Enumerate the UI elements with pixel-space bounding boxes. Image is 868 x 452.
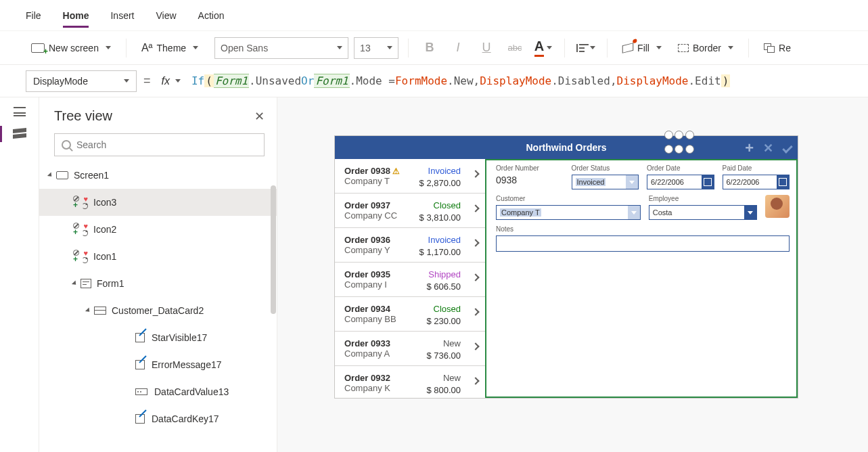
font-select[interactable]: Open Sans [214,37,348,59]
reorder-button[interactable]: Re [758,39,796,58]
search-icon [62,140,71,150]
field-label: Notes [496,225,790,233]
tree-node-icon1[interactable]: ♥+ Icon1 [39,243,277,270]
separator [126,39,127,58]
search-box[interactable] [54,133,265,156]
layers-icon [13,129,26,139]
input-icon [135,388,147,395]
order-item[interactable]: Order 0936Company YInvoiced$ 1,170.00 [335,228,485,263]
employee-avatar [765,195,790,218]
app-titlebar: Northwind Orders + ✕ [335,136,798,159]
font-name: Open Sans [221,43,268,53]
chevron-down-icon [728,46,733,49]
tree-node-form[interactable]: Form1 [39,270,277,297]
chevron-down-icon [628,206,640,219]
bold-button[interactable]: B [418,37,441,60]
caret-icon[interactable] [72,280,78,286]
tree-node-starvisible[interactable]: StarVisible17 [39,324,277,351]
tree-node-icon3[interactable]: ♥+ Icon3 [39,189,277,216]
employee-select[interactable]: Costa [649,205,757,220]
order-amount: $ 800.00 [426,385,461,395]
caret-icon[interactable] [47,172,53,178]
new-screen-icon [31,43,45,53]
order-amount: $ 736.00 [426,351,461,361]
tree-node-datacardvalue[interactable]: DataCardValue13 [39,378,277,405]
left-rail [0,97,39,452]
separator [607,39,608,58]
tree-node-card[interactable]: Customer_DataCard2 [39,297,277,324]
tok: FormMode [395,74,447,87]
font-size-select[interactable]: 13 [354,37,398,59]
order-status: New [443,373,461,383]
tree-title: Tree view [54,108,112,124]
order-status-select[interactable]: Invoiced [572,175,639,189]
tree-node-errormessage[interactable]: ErrorMessage17 [39,351,277,378]
close-icon[interactable]: ✕ [254,109,265,124]
notes-input[interactable] [496,235,790,252]
add-icon[interactable]: + [745,139,754,157]
formula-input[interactable]: If ( Form1 .Unsaved Or Form1 .Mode = For… [191,70,868,92]
search-input[interactable] [76,139,257,150]
app-title: Northwind Orders [526,142,606,153]
strikethrough-button[interactable]: abc [503,37,526,60]
chevron-down-icon [656,46,662,49]
select-value: Invoiced [576,178,606,186]
order-item[interactable]: Order 0938⚠Company TInvoiced$ 2,870.00 [335,159,485,194]
order-item[interactable]: Order 0937Company CCClosed$ 3,810.00 [335,194,485,228]
canvas[interactable]: Northwind Orders + ✕ Order 0938⚠Company … [277,97,868,452]
order-item[interactable]: Order 0932Company KNew$ 800.00 [335,366,485,398]
order-item[interactable]: Order 0935Company IShipped$ 606.50 [335,263,485,297]
customer-select[interactable]: Company T [496,205,641,220]
node-label: Form1 [97,278,124,289]
order-item[interactable]: Order 0933Company ANew$ 736.00 [335,332,485,366]
menu-home[interactable]: Home [63,3,89,28]
chevron-down-icon [590,46,595,49]
cancel-icon[interactable]: ✕ [763,141,773,156]
theme-button[interactable]: Aª Theme [136,38,204,58]
underline-button[interactable]: U [475,37,498,60]
tok: .Mode = [350,74,395,87]
scrollbar[interactable] [271,185,276,314]
tree-node-icon2[interactable]: ♥+ Icon2 [39,216,277,243]
select-value: Costa [653,208,672,217]
tok: .Disabled, [551,74,616,87]
font-color-button[interactable]: A [532,37,555,60]
rail-tree-view[interactable] [13,129,26,139]
tok: Form1 [314,74,349,88]
fx-button[interactable]: fx [158,70,185,92]
fill-button[interactable]: Fill [617,39,667,58]
menu-action[interactable]: Action [198,3,225,28]
tok: DisplayMode [480,74,551,87]
submit-icon[interactable] [782,143,793,154]
tree-node-datacardkey[interactable]: DataCardKey17 [39,405,277,432]
menu-file[interactable]: File [26,3,41,28]
caret-icon[interactable] [85,307,91,313]
order-item[interactable]: Order 0934Company BBClosed$ 230.00 [335,297,485,332]
control-icon: ♥+ [73,251,88,262]
tree-node-screen[interactable]: Screen1 [39,162,277,189]
hamburger-icon[interactable] [14,107,26,116]
fill-label: Fill [637,43,649,53]
align-button[interactable] [574,37,597,60]
border-button[interactable]: Border [672,39,739,58]
order-number-value: 0938 [496,175,564,185]
tok: Or [301,74,314,87]
chevron-right-icon [472,308,479,315]
order-amount: $ 3,810.00 [419,212,461,223]
order-status: Closed [434,200,461,210]
italic-button[interactable]: I [447,37,470,60]
order-date-input[interactable]: 6/22/2006 [647,175,714,189]
property-select[interactable]: DisplayMode [26,70,137,92]
menu-view[interactable]: View [156,3,176,28]
warning-icon: ⚠ [392,167,400,175]
menu-insert[interactable]: Insert [110,3,134,28]
selection-handles[interactable] [664,131,694,154]
chevron-down-icon [106,46,111,49]
group-icon [764,43,775,53]
tok: .Edit [688,74,721,87]
chevron-down-icon [124,79,129,83]
paid-date-input[interactable]: 6/22/2006 [723,175,790,189]
form-icon [81,279,91,288]
new-screen-button[interactable]: New screen [26,39,116,58]
order-list[interactable]: Order 0938⚠Company TInvoiced$ 2,870.00Or… [335,159,485,398]
